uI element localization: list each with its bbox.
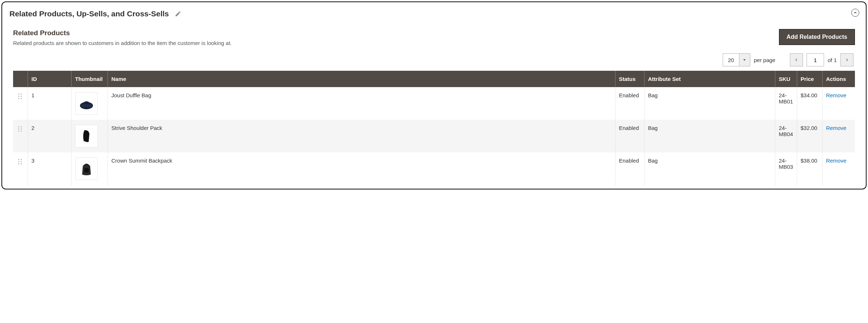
svg-rect-20 (21, 163, 22, 164)
col-header-thumbnail[interactable]: Thumbnail (71, 71, 108, 87)
per-page-label: per page (754, 57, 775, 63)
collapse-icon[interactable] (851, 9, 859, 17)
svg-rect-6 (21, 98, 22, 99)
remove-link[interactable]: Remove (826, 158, 847, 164)
cell-attribute-set: Bag (644, 87, 775, 120)
col-header-name[interactable]: Name (108, 71, 615, 87)
related-products-panel: Related Products, Up-Sells, and Cross-Se… (1, 1, 867, 189)
section-title: Related Products (13, 29, 232, 37)
svg-rect-12 (21, 128, 22, 130)
cell-name: Joust Duffle Bag (108, 87, 615, 120)
cell-price: $38.00 (797, 152, 822, 185)
per-page-select[interactable]: 20 (723, 53, 750, 66)
svg-rect-2 (21, 94, 22, 95)
col-header-actions[interactable]: Actions (822, 71, 855, 87)
svg-rect-13 (18, 131, 19, 132)
svg-rect-21 (84, 168, 89, 172)
remove-link[interactable]: Remove (826, 92, 847, 98)
svg-rect-14 (21, 131, 22, 132)
remove-link[interactable]: Remove (826, 125, 847, 131)
svg-rect-16 (21, 159, 22, 160)
table-row: 2 Strive Shoulder Pack Enabled Bag 24-MB… (13, 120, 855, 152)
thumbnail-image (75, 125, 98, 147)
cell-status: Enabled (615, 87, 644, 120)
thumbnail-image (75, 92, 98, 115)
drag-handle-icon[interactable] (17, 158, 24, 165)
edit-icon[interactable] (175, 11, 181, 17)
cell-sku: 24-MB03 (775, 152, 797, 185)
cell-id: 2 (28, 120, 71, 152)
table-row: 1 Joust Duffle Bag Enabled Bag 24-MB01 $… (13, 87, 855, 120)
drag-handle-icon[interactable] (17, 92, 24, 100)
per-page-value: 20 (723, 54, 739, 66)
svg-rect-5 (18, 98, 19, 99)
table-header-row: ID Thumbnail Name Status Attribute Set S… (13, 71, 855, 87)
cell-attribute-set: Bag (644, 120, 775, 152)
svg-rect-11 (18, 128, 19, 130)
cell-sku: 24-MB01 (775, 87, 797, 120)
svg-rect-18 (21, 161, 22, 162)
svg-rect-17 (18, 161, 19, 162)
drag-handle-icon[interactable] (17, 125, 24, 133)
add-related-products-button[interactable]: Add Related Products (779, 29, 855, 45)
col-header-attribute-set[interactable]: Attribute Set (644, 71, 775, 87)
cell-attribute-set: Bag (644, 152, 775, 185)
col-header-status[interactable]: Status (615, 71, 644, 87)
panel-title: Related Products, Up-Sells, and Cross-Se… (9, 9, 169, 18)
page-of-label: of 1 (828, 57, 837, 63)
svg-rect-19 (18, 163, 19, 164)
table-row: 3 Crown Summit Backpack Enabled Bag 24-M… (13, 152, 855, 185)
svg-rect-3 (18, 96, 19, 97)
next-page-button[interactable] (840, 53, 853, 66)
cell-sku: 24-MB04 (775, 120, 797, 152)
section-description: Related products are shown to customers … (13, 40, 232, 46)
cell-name: Crown Summit Backpack (108, 152, 615, 185)
related-products-table: ID Thumbnail Name Status Attribute Set S… (13, 71, 855, 185)
cell-status: Enabled (615, 120, 644, 152)
prev-page-button[interactable] (790, 53, 803, 66)
col-header-handle (13, 71, 28, 87)
cell-name: Strive Shoulder Pack (108, 120, 615, 152)
cell-status: Enabled (615, 152, 644, 185)
col-header-sku[interactable]: SKU (775, 71, 797, 87)
related-products-section: Related Products Related products are sh… (6, 25, 862, 185)
svg-rect-1 (18, 94, 19, 95)
svg-rect-15 (18, 159, 19, 160)
cell-id: 3 (28, 152, 71, 185)
svg-marker-0 (743, 59, 746, 61)
svg-rect-4 (21, 96, 22, 97)
panel-header: Related Products, Up-Sells, and Cross-Se… (6, 9, 862, 25)
cell-id: 1 (28, 87, 71, 120)
cell-price: $32.00 (797, 120, 822, 152)
per-page-dropdown-button[interactable] (739, 54, 750, 66)
cell-price: $34.00 (797, 87, 822, 120)
page-number-input[interactable] (807, 53, 824, 66)
svg-rect-8 (81, 104, 92, 107)
svg-rect-9 (18, 126, 19, 127)
thumbnail-image (75, 158, 98, 180)
pager: 20 per page of 1 (13, 53, 855, 66)
col-header-id[interactable]: ID (28, 71, 71, 87)
svg-rect-10 (21, 126, 22, 127)
col-header-price[interactable]: Price (797, 71, 822, 87)
